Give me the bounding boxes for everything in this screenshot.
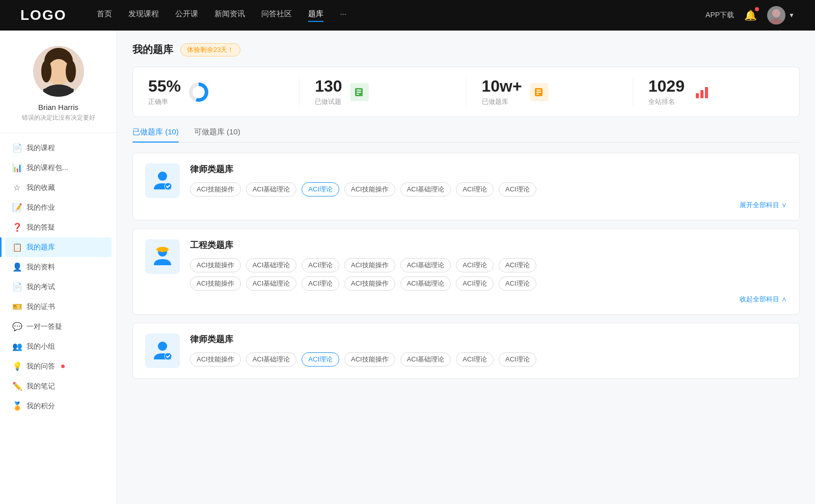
menu-favorites[interactable]: ☆ 我的收藏 bbox=[5, 178, 112, 198]
svg-rect-10 bbox=[357, 92, 361, 93]
menu-group[interactable]: 👥 我的小组 bbox=[5, 337, 112, 356]
tag-e1-5[interactable]: ACI基础理论 bbox=[400, 258, 451, 272]
tab-done-banks[interactable]: 已做题库 (10) bbox=[132, 127, 179, 142]
menu-points[interactable]: 🏅 我的积分 bbox=[5, 396, 112, 416]
logo: LOGO bbox=[20, 7, 66, 23]
qbank-body-lawyer-2: 律师类题库 ACI技能操作 ACI基础理论 ACI理论 ACI技能操作 ACI基… bbox=[190, 333, 787, 367]
nav-qa[interactable]: 问答社区 bbox=[261, 9, 292, 22]
tag-l2-3[interactable]: ACI理论 bbox=[302, 352, 339, 367]
menu-1on1-qa[interactable]: 💬 一对一答疑 bbox=[5, 317, 112, 337]
menu-profile[interactable]: 👤 我的资料 bbox=[5, 257, 112, 277]
tag-l1-6[interactable]: ACI理论 bbox=[456, 182, 494, 197]
menu-label-homework: 我的作业 bbox=[26, 203, 55, 212]
book-orange-icon bbox=[530, 83, 549, 101]
stats-row: 55% 正确率 130 已做试题 bbox=[132, 67, 800, 117]
expand-lawyer-1[interactable]: 展开全部科目 ∨ bbox=[190, 201, 787, 210]
menu-certificate[interactable]: 🎫 我的证书 bbox=[5, 297, 112, 317]
menu-questions[interactable]: 💡 我的问答 bbox=[5, 356, 112, 376]
tag-e2-7[interactable]: ACI理论 bbox=[499, 276, 536, 291]
nav-more[interactable]: ··· bbox=[340, 9, 346, 22]
app-download-link[interactable]: APP下载 bbox=[705, 11, 734, 20]
svg-point-1 bbox=[769, 18, 783, 24]
profile-motto: 错误的决定比没有决定要好 bbox=[22, 114, 95, 122]
tag-e1-6[interactable]: ACI理论 bbox=[456, 258, 494, 272]
nav-open-course[interactable]: 公开课 bbox=[175, 9, 198, 22]
menu-qbank[interactable]: 📋 我的题库 bbox=[5, 237, 112, 257]
tag-l1-2[interactable]: ACI基础理论 bbox=[246, 182, 297, 197]
cert-icon: 🎫 bbox=[12, 302, 21, 312]
topnav: LOGO 首页 发现课程 公开课 新闻资讯 问答社区 题库 ··· APP下载 … bbox=[0, 0, 815, 31]
package-icon: 📊 bbox=[12, 163, 21, 173]
tag-l1-1[interactable]: ACI技能操作 bbox=[190, 182, 241, 197]
tag-l2-4[interactable]: ACI技能操作 bbox=[344, 352, 395, 367]
nav-home[interactable]: 首页 bbox=[97, 9, 112, 22]
stat-accuracy-values: 55% 正确率 bbox=[148, 77, 181, 106]
qbank-icon: 📋 bbox=[12, 242, 21, 252]
nav-discover[interactable]: 发现课程 bbox=[128, 9, 159, 22]
tag-l1-5[interactable]: ACI基础理论 bbox=[400, 182, 451, 197]
qbank-title-lawyer-2: 律师类题库 bbox=[190, 333, 787, 345]
tag-l2-7[interactable]: ACI理论 bbox=[499, 352, 536, 367]
group-icon: 👥 bbox=[12, 342, 21, 351]
tag-e2-5[interactable]: ACI基础理论 bbox=[400, 276, 451, 291]
qbank-body-engineer: 工程类题库 ACI技能操作 ACI基础理论 ACI理论 ACI技能操作 ACI基… bbox=[190, 239, 787, 304]
sidebar-menu: 📄 我的课程 📊 我的课程包... ☆ 我的收藏 📝 我的作业 ❓ 我的答疑 📋 bbox=[0, 138, 117, 416]
qbank-card-header-lawyer-2: 律师类题库 ACI技能操作 ACI基础理论 ACI理论 ACI技能操作 ACI基… bbox=[145, 333, 787, 368]
homework-icon: 📝 bbox=[12, 203, 21, 212]
tags-section-engineer: ACI技能操作 ACI基础理论 ACI理论 ACI技能操作 ACI基础理论 AC… bbox=[190, 258, 787, 291]
stat-rank-label: 全站排名 bbox=[648, 97, 685, 106]
tag-e2-2[interactable]: ACI基础理论 bbox=[246, 276, 297, 291]
notification-badge bbox=[755, 7, 759, 11]
trial-badge: 体验剩余23天！ bbox=[180, 43, 240, 57]
tags-row-engineer-1: ACI技能操作 ACI基础理论 ACI理论 ACI技能操作 ACI基础理论 AC… bbox=[190, 258, 787, 272]
menu-my-course[interactable]: 📄 我的课程 bbox=[5, 138, 112, 158]
tags-row-lawyer-2: ACI技能操作 ACI基础理论 ACI理论 ACI技能操作 ACI基础理论 AC… bbox=[190, 352, 787, 367]
tag-l2-1[interactable]: ACI技能操作 bbox=[190, 352, 241, 367]
menu-exam[interactable]: 📄 我的考试 bbox=[5, 277, 112, 297]
tag-l2-2[interactable]: ACI基础理论 bbox=[246, 352, 297, 367]
tabs-row: 已做题库 (10) 可做题库 (10) bbox=[132, 127, 800, 143]
tag-e2-6[interactable]: ACI理论 bbox=[456, 276, 494, 291]
tag-e2-3[interactable]: ACI理论 bbox=[302, 276, 339, 291]
tag-e1-1[interactable]: ACI技能操作 bbox=[190, 258, 241, 272]
menu-label-1on1: 一对一答疑 bbox=[26, 322, 62, 331]
tag-e1-7[interactable]: ACI理论 bbox=[499, 258, 536, 272]
menu-notes[interactable]: ✏️ 我的笔记 bbox=[5, 376, 112, 396]
tag-l1-3[interactable]: ACI理论 bbox=[302, 182, 339, 197]
tag-l2-5[interactable]: ACI基础理论 bbox=[400, 352, 451, 367]
stat-done-b-label: 已做题库 bbox=[482, 97, 522, 106]
tags-row-engineer-2: ACI技能操作 ACI基础理论 ACI理论 ACI技能操作 ACI基础理论 AC… bbox=[190, 276, 787, 291]
tab-available-banks[interactable]: 可做题库 (10) bbox=[194, 127, 240, 142]
menu-qa[interactable]: ❓ 我的答疑 bbox=[5, 217, 112, 237]
main-content: 我的题库 体验剩余23天！ 55% 正确率 130 已做试题 bbox=[117, 31, 815, 504]
notification-bell[interactable]: 🔔 bbox=[744, 9, 757, 21]
profile-name: Brian Harris bbox=[38, 103, 78, 111]
questions-icon: 💡 bbox=[12, 361, 21, 371]
menu-label-questions: 我的问答 bbox=[26, 362, 55, 371]
stat-accuracy-label: 正确率 bbox=[148, 97, 181, 106]
stat-accuracy-value: 55% bbox=[148, 77, 181, 95]
sidebar: Brian Harris 错误的决定比没有决定要好 📄 我的课程 📊 我的课程包… bbox=[0, 31, 117, 504]
chevron-down-icon: ▼ bbox=[789, 12, 795, 19]
stat-done-q-value: 130 bbox=[315, 77, 342, 95]
qbank-title-engineer: 工程类题库 bbox=[190, 239, 787, 251]
tag-e2-4[interactable]: ACI技能操作 bbox=[344, 276, 395, 291]
menu-course-package[interactable]: 📊 我的课程包... bbox=[5, 158, 112, 178]
tag-l2-6[interactable]: ACI理论 bbox=[456, 352, 494, 367]
tag-e1-3[interactable]: ACI理论 bbox=[302, 258, 339, 272]
nav-qbank[interactable]: 题库 bbox=[308, 9, 323, 22]
svg-point-24 bbox=[158, 342, 167, 351]
user-avatar-button[interactable]: ▼ bbox=[767, 6, 795, 24]
collapse-engineer[interactable]: 收起全部科目 ∧ bbox=[190, 295, 787, 304]
menu-homework[interactable]: 📝 我的作业 bbox=[5, 198, 112, 217]
tag-e1-4[interactable]: ACI技能操作 bbox=[344, 258, 395, 272]
stat-done-banks: 10w+ 已做题库 bbox=[467, 77, 633, 106]
tag-e1-2[interactable]: ACI基础理论 bbox=[246, 258, 297, 272]
tag-l1-7[interactable]: ACI理论 bbox=[499, 182, 536, 197]
qbank-card-header-lawyer-1: 律师类题库 ACI技能操作 ACI基础理论 ACI理论 ACI技能操作 ACI基… bbox=[145, 163, 787, 210]
nav-news[interactable]: 新闻资讯 bbox=[214, 9, 245, 22]
tag-e2-1[interactable]: ACI技能操作 bbox=[190, 276, 241, 291]
tag-l1-4[interactable]: ACI技能操作 bbox=[344, 182, 395, 197]
main-layout: Brian Harris 错误的决定比没有决定要好 📄 我的课程 📊 我的课程包… bbox=[0, 31, 815, 504]
avatar bbox=[767, 6, 785, 24]
